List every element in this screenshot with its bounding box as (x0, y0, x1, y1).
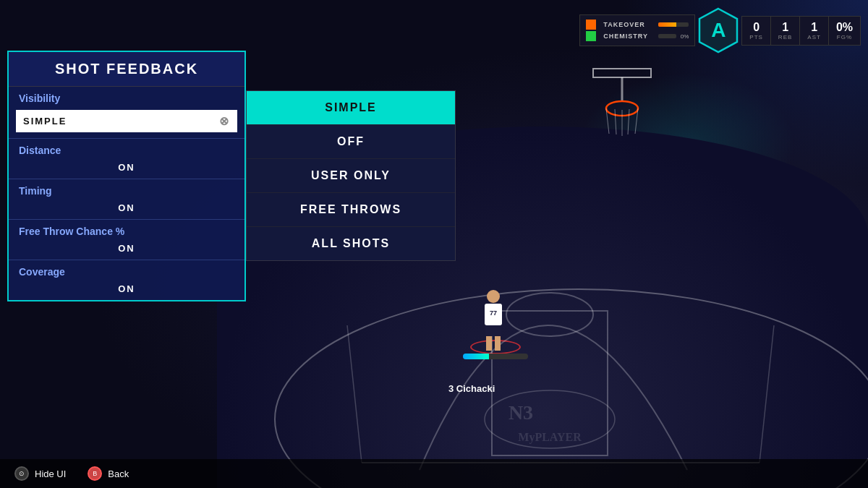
takeover-bar (658, 22, 689, 27)
svg-text:N3: N3 (509, 401, 533, 424)
stat-ast: 1 AST (800, 17, 829, 45)
svg-rect-7 (593, 69, 651, 77)
stat-pts-value: 0 (749, 21, 763, 34)
grade-value: A (711, 19, 726, 42)
stat-ast-value: 1 (807, 21, 821, 34)
hide-ui-label: Hide UI (35, 468, 66, 479)
dropdown-option-all-shots[interactable]: ALL SHOTS (247, 227, 455, 260)
player-figure: 77 (485, 290, 502, 351)
player-shorts (485, 325, 501, 336)
back-button[interactable]: B Back (88, 466, 129, 481)
player-progress-fill (463, 354, 489, 359)
stat-fg: 0% FG% (829, 17, 860, 45)
chemistry-bar (658, 34, 676, 38)
distance-setting-row[interactable]: Distance ON (9, 139, 244, 179)
free-throw-chance-setting-row[interactable]: Free Throw Chance % ON (9, 220, 244, 260)
grade-container: A (698, 7, 739, 53)
svg-point-2 (506, 293, 593, 336)
visibility-label: Visibility (9, 87, 244, 107)
free-throw-chance-label: Free Throw Chance % (9, 220, 244, 240)
svg-line-6 (760, 325, 774, 463)
player-progress-bar (463, 354, 528, 359)
chemistry-row: CHEMISTRY 0% (586, 31, 689, 41)
timing-label: Timing (9, 179, 244, 200)
distance-value-row: ON (9, 159, 244, 179)
bottom-bar: ⊙ Hide UI B Back (0, 459, 868, 488)
coverage-label: Coverage (9, 260, 244, 281)
visibility-value-text: SIMPLE (23, 116, 67, 127)
chemistry-percent: 0% (681, 33, 689, 40)
scoreboard-info: TAKEOVER CHEMISTRY 0% (579, 14, 695, 46)
stat-fg-value: 0% (836, 21, 853, 34)
timing-value: ON (16, 202, 237, 213)
chemistry-icon (586, 31, 596, 41)
stats-box: 0 PTS 1 REB 1 AST 0% FG% (741, 16, 861, 46)
coverage-value-row: ON (9, 281, 244, 300)
dropdown-option-user-only[interactable]: USER ONLY (247, 159, 455, 193)
scoreboard: TAKEOVER CHEMISTRY 0% A 0 PTS 1 REB 1 (579, 7, 861, 53)
visibility-value-row[interactable]: SIMPLE ⊗ (9, 107, 244, 138)
dropdown-option-off[interactable]: OFF (247, 125, 455, 159)
dropdown-option-free-throws[interactable]: FREE THROWS (247, 193, 455, 227)
player-head (487, 290, 500, 303)
player-legs (485, 336, 502, 351)
stat-reb-label: REB (778, 34, 792, 40)
stat-pts-label: PTS (749, 34, 763, 40)
back-icon: B (88, 466, 102, 481)
visibility-close-icon[interactable]: ⊗ (219, 114, 230, 128)
takeover-row: TAKEOVER (586, 20, 689, 30)
distance-label: Distance (9, 139, 244, 159)
stat-fg-label: FG% (836, 34, 853, 40)
svg-line-5 (347, 325, 362, 463)
dropdown-option-simple[interactable]: SIMPLE (247, 91, 455, 125)
visibility-dropdown: SIMPLE OFF USER ONLY FREE THROWS ALL SHO… (246, 90, 456, 261)
shot-feedback-panel: SHOT FEEDBACK Visibility SIMPLE ⊗ Distan… (7, 51, 246, 301)
visibility-value[interactable]: SIMPLE ⊗ (16, 110, 237, 132)
visibility-setting-row[interactable]: Visibility SIMPLE ⊗ (9, 87, 244, 139)
coverage-value: ON (16, 283, 237, 294)
timing-value-row: ON (9, 200, 244, 219)
player-number: 77 (485, 304, 502, 317)
takeover-label: TAKEOVER (603, 21, 654, 28)
distance-value: ON (16, 162, 237, 173)
coverage-setting-row[interactable]: Coverage ON (9, 260, 244, 300)
takeover-bar-fill (658, 22, 676, 27)
player-leg-left (486, 336, 492, 351)
player-name: 3 Cichacki (448, 383, 495, 394)
player-leg-right (495, 336, 501, 351)
hide-ui-icon: ⊙ (14, 466, 29, 481)
hide-ui-button[interactable]: ⊙ Hide UI (14, 466, 66, 481)
takeover-icon (586, 20, 596, 30)
stat-reb: 1 REB (771, 17, 800, 45)
free-throw-chance-value-row: ON (9, 240, 244, 260)
panel-title: SHOT FEEDBACK (9, 52, 244, 87)
timing-setting-row[interactable]: Timing ON (9, 179, 244, 220)
stat-pts: 0 PTS (742, 17, 771, 45)
stat-ast-label: AST (807, 34, 821, 40)
back-label: Back (108, 468, 129, 479)
svg-point-0 (275, 289, 868, 488)
free-throw-chance-value: ON (16, 243, 237, 254)
player-torso: 77 (485, 304, 502, 325)
svg-text:MyPLAYER: MyPLAYER (518, 431, 582, 444)
player-name-tag: 3 Cichacki (448, 383, 495, 394)
chemistry-label: CHEMISTRY (603, 33, 654, 40)
stat-reb-value: 1 (778, 21, 792, 34)
